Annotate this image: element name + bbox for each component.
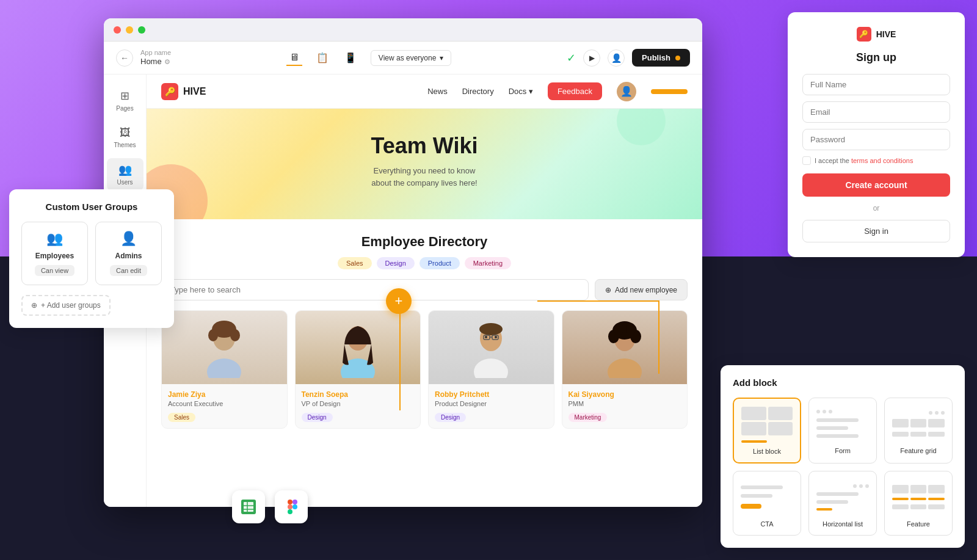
users-label: Users	[117, 179, 133, 186]
user-group-card-admins[interactable]: 👤 Admins Can edit	[95, 222, 162, 285]
or-divider: or	[802, 204, 950, 213]
user-groups-panel: Custom User Groups 👥 Employees Can view …	[9, 189, 174, 328]
employee-name-2: Robby Pritchett	[435, 390, 548, 399]
svg-point-16	[608, 358, 642, 378]
add-employee-icon: ⊕	[605, 286, 611, 294]
filter-tag-design[interactable]: Design	[377, 257, 415, 269]
block-item-feature-grid[interactable]: Feature grid	[884, 398, 953, 464]
browser-dot-maximize[interactable]	[138, 26, 145, 34]
browser-dot-minimize[interactable]	[126, 26, 133, 34]
panel-title: Custom User Groups	[21, 202, 162, 212]
hero-section: Team Wiki Everything you need to know ab…	[147, 109, 702, 219]
preview-play-button[interactable]: ▶	[583, 49, 600, 67]
block-item-cta[interactable]: CTA	[733, 471, 801, 536]
signup-panel: 🔑 HIVE Sign up I accept the terms and co…	[788, 12, 965, 257]
browser-titlebar	[104, 18, 702, 42]
block-item-form[interactable]: Form	[808, 398, 877, 464]
back-button[interactable]: ←	[116, 49, 133, 67]
employee-role-2: Product Designer	[435, 400, 548, 407]
sidebar-item-pages[interactable]: ⊞ Pages	[107, 84, 143, 117]
pages-label: Pages	[116, 105, 133, 112]
employee-card-2: Robby Pritchett Product Designer Design	[428, 310, 554, 429]
users-icon: 👥	[118, 163, 132, 176]
terms-checkbox[interactable]	[802, 156, 811, 165]
pages-icon: ⊞	[120, 89, 129, 103]
browser-dot-close[interactable]	[114, 26, 121, 34]
svg-rect-30	[288, 509, 292, 514]
hive-logo: 🔑 HIVE	[161, 83, 206, 100]
nav-directory[interactable]: Directory	[462, 87, 494, 96]
app-icon-sheets[interactable]	[232, 490, 265, 523]
app-home-link[interactable]: Home ⚙	[140, 57, 171, 67]
signup-title: Sign up	[802, 51, 950, 64]
signup-fullname-input[interactable]	[802, 74, 950, 95]
add-block-panel: Add block List block	[721, 365, 965, 548]
block-preview-horizontal-list	[816, 479, 869, 515]
app-icon-figma[interactable]	[275, 490, 308, 523]
block-preview-form	[816, 405, 869, 442]
add-employee-button[interactable]: ⊕ Add new employee	[595, 279, 688, 300]
employee-card-3: Kai Siyavong PMM Marketing	[562, 310, 688, 429]
svg-point-1	[207, 358, 241, 378]
block-label-feature-grid: Feature grid	[892, 447, 945, 454]
terms-text: I accept the terms and conditions	[815, 157, 913, 164]
feedback-button[interactable]: Feedback	[548, 82, 602, 100]
user-button[interactable]: 👤	[608, 49, 625, 67]
signup-password-input[interactable]	[802, 129, 950, 150]
sheets-icon	[239, 497, 258, 517]
search-input[interactable]	[161, 279, 589, 300]
employee-grid: Jamie Ziya Account Executive Sales	[161, 310, 688, 429]
employee-photo-2	[429, 311, 554, 384]
user-group-card-employees[interactable]: 👥 Employees Can view	[21, 222, 88, 285]
user-avatar: 👤	[617, 82, 636, 101]
svg-rect-31	[292, 500, 297, 504]
block-item-horizontal-list[interactable]: Horizontal list	[808, 471, 877, 536]
filter-tag-product[interactable]: Product	[419, 257, 460, 269]
hero-subtitle: Everything you need to know about the co…	[161, 165, 688, 189]
svg-rect-23	[244, 502, 253, 512]
bottom-app-icons	[232, 490, 308, 523]
view-as-chevron: ▾	[440, 54, 443, 62]
add-block-plus-button[interactable]: +	[386, 288, 412, 314]
hive-nav-links: News Directory Docs ▾ Feedback 👤	[218, 82, 688, 101]
view-as-button[interactable]: View as everyone ▾	[371, 50, 452, 66]
employees-icon: 👥	[46, 231, 63, 247]
signup-email-input[interactable]	[802, 101, 950, 123]
publish-button[interactable]: Publish	[632, 49, 690, 67]
signup-header: 🔑 HIVE	[802, 27, 950, 42]
desktop-view-button[interactable]: 🖥	[286, 50, 302, 66]
add-block-title: Add block	[733, 377, 953, 388]
employee-photo-3	[562, 311, 688, 384]
create-account-button[interactable]: Create account	[802, 173, 950, 197]
block-grid: List block Form	[733, 398, 953, 536]
page-content: 🔑 HIVE News Directory Docs ▾ Feedback 👤 …	[147, 75, 702, 507]
nav-docs[interactable]: Docs ▾	[509, 87, 533, 96]
tablet-view-button[interactable]: 📋	[314, 50, 330, 66]
check-status-icon: ✓	[567, 51, 576, 65]
nav-news[interactable]: News	[427, 87, 448, 96]
signup-logo-text: HIVE	[876, 29, 896, 39]
employee-avatar-1	[333, 317, 382, 378]
view-as-label: View as everyone	[379, 54, 437, 62]
header-right: ✓ ▶ 👤 Publish	[567, 49, 690, 67]
employee-photo-1	[296, 311, 421, 384]
themes-label: Themes	[114, 142, 136, 148]
connection-line-h2	[537, 300, 659, 302]
employee-photo-0	[162, 311, 287, 384]
sidebar-item-themes[interactable]: 🖼 Themes	[107, 122, 143, 153]
add-user-group-button[interactable]: ⊕ + Add user groups	[21, 295, 111, 316]
terms-row: I accept the terms and conditions	[802, 156, 950, 165]
block-item-feature[interactable]: Feature	[884, 471, 953, 536]
mobile-view-button[interactable]: 📱	[343, 50, 358, 66]
employee-tag-2: Design	[435, 413, 466, 422]
filter-tag-marketing[interactable]: Marketing	[465, 257, 511, 269]
employee-card-1: Tenzin Soepa VP of Design Design	[295, 310, 421, 429]
sidebar-item-users[interactable]: 👥 Users	[107, 158, 143, 191]
terms-link[interactable]: terms and conditions	[851, 157, 913, 164]
employees-name: Employees	[35, 252, 74, 260]
block-preview-feature-grid	[892, 405, 945, 442]
sign-in-button[interactable]: Sign in	[802, 220, 950, 242]
block-item-list-block[interactable]: List block	[733, 398, 801, 464]
filter-tag-sales[interactable]: Sales	[338, 257, 372, 269]
app-header: ← App name Home ⚙ 🖥 📋 📱 View as everyone…	[104, 42, 702, 75]
